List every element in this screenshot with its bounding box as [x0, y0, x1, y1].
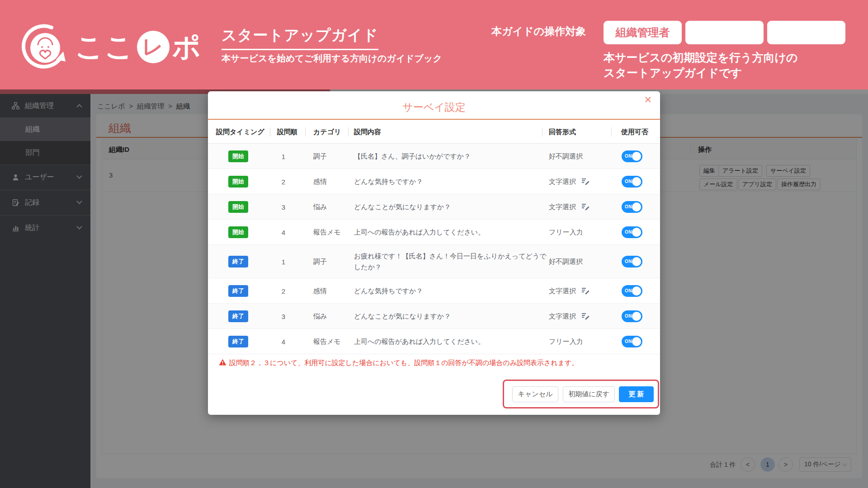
- toggle-on-label: ON: [625, 314, 632, 319]
- timing-badge-end: 終了: [228, 336, 248, 347]
- timing-cell: 開始: [228, 176, 248, 188]
- survey-row: 終了4報告メモ上司への報告があれば入力してください。フリー入力ON: [208, 329, 660, 354]
- text-select-edit-icon: [581, 287, 590, 295]
- guide-description: 本サービスの初期設定を行う方向けの スタートアップガイドです: [604, 50, 798, 80]
- category-cell: 報告メモ: [313, 337, 341, 346]
- answer-type-label: フリー入力: [549, 337, 583, 346]
- order-cell: 3: [270, 203, 297, 211]
- content-cell: 上司への報告があれば入力してください。: [354, 336, 548, 347]
- usable-cell: ON: [622, 285, 642, 297]
- toggle-knob: [632, 337, 641, 346]
- order-cell: 1: [270, 258, 297, 265]
- text-select-edit-icon: [581, 203, 590, 211]
- app-root: ここ レ ポ スタートアップガイド 本サービスを始めてご利用する方向けのガイドブ…: [0, 0, 868, 488]
- order-cell: 4: [270, 338, 297, 345]
- app-logo: ここ レ ポ: [22, 23, 202, 70]
- warning-icon: [219, 359, 226, 366]
- app-header: ここ レ ポ スタートアップガイド 本サービスを始めてご利用する方向けのガイドブ…: [0, 0, 868, 89]
- usable-toggle[interactable]: ON: [622, 336, 642, 347]
- content-cell: どんなことが気になりますか？: [354, 202, 548, 212]
- usable-cell: ON: [622, 226, 642, 238]
- column-header-category: カテゴリ: [313, 128, 341, 136]
- column-header-answer: 回答形式: [549, 128, 576, 136]
- content-cell: どんなことが気になりますか？: [354, 311, 548, 322]
- usable-toggle[interactable]: ON: [622, 310, 642, 322]
- target-badge-3: [767, 21, 845, 44]
- usable-cell: ON: [622, 176, 642, 188]
- toggle-on-label: ON: [625, 288, 632, 293]
- content-cell: どんな気持ちですか？: [354, 176, 548, 187]
- warning-row: 設問順２，３について、利用可に設定した場合においても、設問順１の回答が不調の場合…: [208, 354, 660, 371]
- column-divider: [270, 127, 270, 136]
- guide-subtitle: 本サービスを始めてご利用する方向けのガイドブック: [222, 52, 442, 65]
- survey-table-header: 設問タイミング 設問順 カテゴリ 設問内容 回答形式 使用可否: [208, 120, 660, 144]
- toggle-knob: [632, 286, 641, 296]
- usable-toggle[interactable]: ON: [622, 150, 642, 162]
- timing-badge-start: 開始: [228, 226, 248, 238]
- answer-type-cell: フリー入力: [549, 337, 583, 346]
- answer-type-label: 文字選択: [549, 177, 576, 186]
- usable-cell: ON: [622, 201, 642, 213]
- timing-cell: 開始: [228, 150, 248, 162]
- answer-type-cell: 文字選択: [549, 202, 590, 211]
- toggle-on-label: ON: [625, 339, 632, 344]
- column-header-content: 設問内容: [354, 128, 381, 136]
- timing-badge-start: 開始: [228, 201, 248, 213]
- toggle-knob: [632, 177, 641, 186]
- content-cell: 【氏名】さん、調子はいかがですか？: [354, 151, 548, 162]
- usable-toggle[interactable]: ON: [622, 201, 642, 213]
- text-select-edit-icon: [581, 178, 590, 185]
- survey-row: 開始3悩みどんなことが気になりますか？文字選択 ON: [208, 194, 660, 220]
- target-badge-org-admin: 組織管理者: [604, 21, 682, 44]
- reset-to-default-button[interactable]: 初期値に戻す: [563, 386, 615, 402]
- modal-title: サーベイ設定: [208, 100, 660, 114]
- usable-cell: ON: [622, 310, 642, 322]
- timing-badge-end: 終了: [228, 256, 248, 267]
- guide-title: スタートアップガイド: [222, 25, 378, 50]
- content-cell: お疲れ様です！【氏名】さん！今日一日をふりかえってどうでしたか？: [354, 251, 548, 272]
- warning-text: 設問順２，３について、利用可に設定した場合においても、設問順１の回答が不調の場合…: [229, 359, 578, 367]
- toggle-on-label: ON: [625, 204, 632, 209]
- answer-type-label: 好不調選択: [549, 257, 583, 266]
- toggle-knob: [632, 152, 641, 161]
- column-divider: [305, 127, 306, 136]
- survey-row: 終了3悩みどんなことが気になりますか？文字選択 ON: [208, 304, 660, 329]
- cancel-button[interactable]: キャンセル: [512, 386, 558, 402]
- logo-re-badge: レ: [137, 31, 170, 63]
- usable-toggle[interactable]: ON: [622, 176, 642, 188]
- usable-toggle[interactable]: ON: [622, 256, 642, 267]
- toggle-knob: [632, 228, 641, 237]
- survey-table-body: 開始1調子【氏名】さん、調子はいかがですか？好不調選択ON開始2感情どんな気持ち…: [208, 144, 660, 354]
- answer-type-cell: フリー入力: [549, 228, 583, 236]
- logo-wordmark: ここ レ ポ: [75, 28, 202, 66]
- toggle-on-label: ON: [625, 259, 632, 264]
- usable-toggle[interactable]: ON: [622, 226, 642, 238]
- answer-type-cell: 好不調選択: [549, 257, 583, 266]
- logo-mascot-icon: [22, 23, 69, 70]
- timing-cell: 終了: [228, 256, 248, 267]
- column-header-timing: 設問タイミング: [216, 128, 264, 136]
- toggle-knob: [632, 257, 641, 266]
- answer-type-label: フリー入力: [549, 228, 583, 236]
- usable-toggle[interactable]: ON: [622, 285, 642, 297]
- category-cell: 報告メモ: [313, 228, 341, 236]
- survey-row: 開始4報告メモ上司への報告があれば入力してください。フリー入力ON: [208, 220, 660, 245]
- toggle-knob: [632, 202, 641, 211]
- timing-cell: 終了: [228, 336, 248, 347]
- logo-text-po: ポ: [172, 28, 202, 66]
- guide-target-label: 本ガイドの操作対象: [491, 24, 586, 38]
- category-cell: 調子: [313, 152, 327, 160]
- category-cell: 悩み: [313, 312, 327, 320]
- category-cell: 感情: [313, 286, 327, 295]
- survey-row: 開始1調子【氏名】さん、調子はいかがですか？好不調選択ON: [208, 144, 660, 169]
- update-button[interactable]: 更 新: [619, 386, 654, 402]
- answer-type-cell: 文字選択: [549, 177, 590, 186]
- category-cell: 調子: [313, 257, 327, 266]
- survey-row: 終了2感情どんな気持ちですか？文字選択 ON: [208, 278, 660, 304]
- column-header-usable: 使用可否: [621, 128, 648, 136]
- answer-type-label: 好不調選択: [549, 152, 583, 160]
- order-cell: 2: [270, 178, 297, 185]
- answer-type-cell: 文字選択: [549, 312, 590, 320]
- category-cell: 悩み: [313, 202, 327, 211]
- order-cell: 2: [270, 287, 297, 295]
